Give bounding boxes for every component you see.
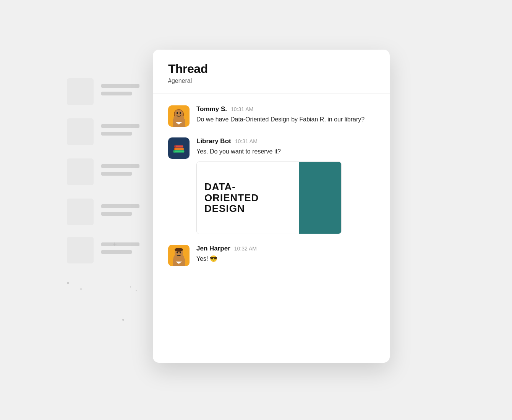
book-card: DATA-ORIENTEDDESIGN <box>196 162 342 234</box>
bg-line-4 <box>101 132 132 136</box>
sender-tommy: Tommy S. <box>196 105 227 113</box>
avatar-bot <box>168 137 190 159</box>
time-bot: 10:31 AM <box>235 138 258 144</box>
message-meta-tommy: Tommy S. 10:31 AM <box>196 105 374 113</box>
messages-area: Tommy S. 10:31 AM Do we have Data-Orient… <box>153 94 390 278</box>
dot-small-1 <box>136 290 137 291</box>
message-content-tommy: Tommy S. 10:31 AM Do we have Data-Orient… <box>196 105 374 124</box>
time-tommy: 10:31 AM <box>231 106 253 112</box>
bg-card-4 <box>67 199 94 225</box>
bg-line-3 <box>101 124 139 128</box>
text-bot: Yes. Do you want to reserve it? <box>196 147 374 156</box>
tommy-avatar-svg <box>168 105 190 127</box>
sender-bot: Library Bot <box>196 137 231 145</box>
svg-rect-9 <box>173 150 175 153</box>
bg-line-7 <box>101 204 139 208</box>
svg-point-4 <box>177 112 178 114</box>
message-meta-jen: Jen Harper 10:32 AM <box>196 245 374 252</box>
svg-rect-13 <box>175 145 176 148</box>
time-jen: 10:32 AM <box>234 246 257 252</box>
bot-avatar-svg <box>171 141 186 156</box>
message-meta-bot: Library Bot 10:31 AM <box>196 137 374 145</box>
svg-rect-8 <box>173 150 185 153</box>
svg-point-20 <box>175 248 183 252</box>
bg-line-1 <box>101 84 139 88</box>
thread-title: Thread <box>168 62 374 76</box>
bg-line-2 <box>101 92 132 95</box>
svg-rect-11 <box>174 148 175 150</box>
bg-card-3 <box>67 158 94 185</box>
svg-point-5 <box>180 112 181 114</box>
bg-card-5 <box>67 237 94 263</box>
message-content-jen: Jen Harper 10:32 AM Yes! 😎 <box>196 245 374 263</box>
message-row-tommy: Tommy S. 10:31 AM Do we have Data-Orient… <box>168 105 374 127</box>
book-cover-bar <box>299 162 341 234</box>
bg-card-2 <box>67 118 94 145</box>
bg-card-1 <box>67 78 94 105</box>
svg-rect-10 <box>174 148 184 150</box>
thread-panel: Thread #general <box>153 50 390 363</box>
thread-channel: #general <box>168 78 374 84</box>
bg-line-5 <box>101 164 139 168</box>
bg-line-9 <box>101 242 139 246</box>
book-title: DATA-ORIENTEDDESIGN <box>204 181 259 214</box>
dot-small-2 <box>130 286 131 288</box>
avatar-tommy <box>168 105 190 127</box>
bg-line-10 <box>101 250 132 254</box>
dot-2 <box>80 288 82 290</box>
text-tommy: Do we have Data-Oriented Design by Fabia… <box>196 115 374 124</box>
thread-header: Thread #general <box>153 50 390 94</box>
bg-line-8 <box>101 212 132 216</box>
svg-point-18 <box>180 252 181 254</box>
book-text-area: DATA-ORIENTEDDESIGN <box>197 162 299 234</box>
svg-point-17 <box>177 252 178 254</box>
plus-decoration: + <box>113 241 117 249</box>
avatar-jen <box>168 245 190 266</box>
message-row-bot: Library Bot 10:31 AM Yes. Do you want to… <box>168 137 374 234</box>
message-content-bot: Library Bot 10:31 AM Yes. Do you want to… <box>196 137 374 234</box>
jen-avatar-svg <box>168 245 190 266</box>
bg-line-6 <box>101 172 132 176</box>
dot-3 <box>122 319 124 321</box>
dot-1 <box>67 282 69 284</box>
message-row-jen: Jen Harper 10:32 AM Yes! 😎 <box>168 245 374 266</box>
text-jen: Yes! 😎 <box>196 254 374 263</box>
sender-jen: Jen Harper <box>196 245 230 252</box>
